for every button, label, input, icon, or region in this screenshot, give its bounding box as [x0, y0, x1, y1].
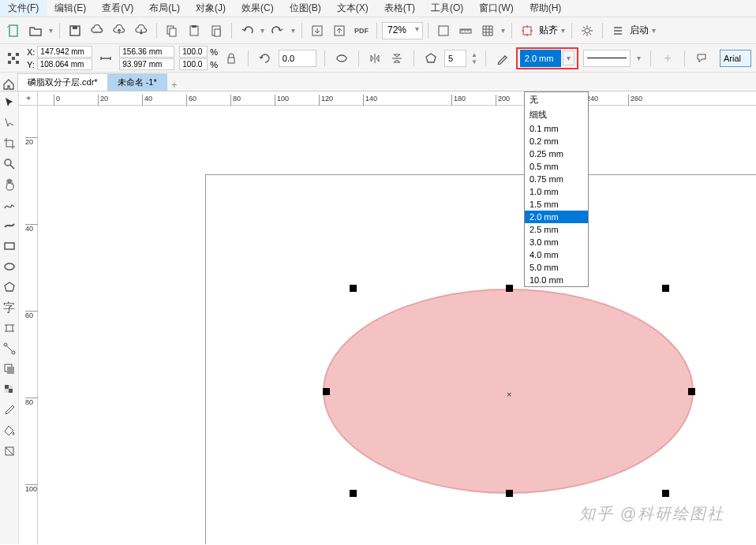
clipboard-icon[interactable] [206, 21, 226, 41]
zoom-select[interactable]: 72% [382, 22, 423, 39]
outline-option[interactable]: 细线 [525, 107, 588, 122]
line-style-select[interactable] [583, 50, 631, 67]
crop-tool-icon[interactable] [2, 136, 17, 151]
polygon-icon[interactable] [422, 48, 440, 69]
save-icon[interactable] [65, 21, 85, 41]
outline-option[interactable]: 2.5 mm [525, 223, 588, 236]
ruler-icon[interactable] [455, 21, 476, 41]
connector-tool-icon[interactable] [2, 341, 17, 356]
export-icon[interactable] [329, 21, 350, 41]
mirror-h-icon[interactable] [366, 48, 384, 69]
selection-handle[interactable] [350, 490, 357, 497]
menu-effects[interactable]: 效果(C) [234, 0, 282, 17]
new-icon[interactable] [3, 21, 24, 41]
angle-input[interactable] [279, 50, 316, 67]
menu-view[interactable]: 查看(V) [94, 0, 141, 17]
outline-dropdown-icon[interactable]: ▾ [563, 50, 574, 65]
undo-dropdown-icon[interactable]: ▾ [259, 26, 266, 35]
outline-option[interactable]: 10.0 mm [525, 274, 588, 286]
selection-handle[interactable] [688, 388, 695, 395]
parallel-dim-tool-icon[interactable] [2, 320, 17, 336]
outline-option[interactable]: 0.1 mm [525, 122, 588, 135]
cloud-save-icon[interactable] [87, 21, 107, 41]
outline-option[interactable]: 5.0 mm [525, 261, 588, 274]
selection-handle[interactable] [323, 388, 330, 395]
convert-icon[interactable] [693, 48, 710, 69]
outline-option[interactable]: 4.0 mm [525, 248, 588, 261]
outline-option[interactable]: 0.25 mm [525, 147, 588, 160]
fill-tool-icon[interactable] [2, 423, 17, 439]
open-icon[interactable] [25, 21, 46, 41]
selection-handle[interactable] [506, 285, 513, 292]
line-style-dropdown-icon[interactable]: ▾ [635, 54, 642, 62]
snap-dropdown-icon[interactable]: ▾ [560, 26, 567, 35]
lock-ratio-icon[interactable] [223, 48, 240, 69]
selection-handle[interactable] [350, 285, 357, 292]
scaley-input[interactable] [179, 58, 208, 70]
plus-icon[interactable]: + [659, 48, 676, 69]
vertical-ruler[interactable]: 20 40 60 80 100 [19, 106, 38, 544]
height-input[interactable] [119, 58, 174, 70]
canvas[interactable]: ✦ 0 20 40 60 80 100 120 140 180 200 220 … [19, 91, 756, 544]
doc-tab-2[interactable]: 未命名 -1* [107, 73, 167, 91]
font-input[interactable] [720, 50, 751, 67]
grid-icon[interactable] [477, 21, 498, 41]
mirror-v-icon[interactable] [388, 48, 406, 69]
doc-tab-1[interactable]: 磷脂双分子层.cdr* [17, 73, 108, 91]
x-input[interactable] [37, 46, 92, 58]
undo-icon[interactable] [237, 21, 257, 41]
polygon-tool-icon[interactable] [2, 279, 17, 295]
text-tool-icon[interactable]: 字 [2, 300, 17, 315]
outline-option[interactable]: 无 [525, 92, 588, 107]
interactive-fill-tool-icon[interactable] [2, 443, 17, 459]
menu-window[interactable]: 窗口(W) [471, 0, 521, 17]
selection-handle[interactable] [662, 285, 669, 292]
outline-option[interactable]: 0.2 mm [525, 135, 588, 147]
pan-tool-icon[interactable] [2, 177, 17, 192]
outline-option[interactable]: 1.5 mm [525, 198, 588, 211]
sides-up-icon[interactable]: ▲ [471, 51, 477, 58]
ruler-corner-icon[interactable]: ✦ [19, 91, 38, 106]
outline-option[interactable]: 1.0 mm [525, 185, 588, 198]
outline-option[interactable]: 2.0 mm [525, 211, 588, 223]
selection-handle[interactable] [662, 490, 669, 497]
paste-icon[interactable] [184, 21, 204, 41]
outline-pen-icon[interactable] [494, 48, 511, 69]
menu-object[interactable]: 对象(J) [188, 0, 234, 17]
shape-tool-icon[interactable] [2, 115, 17, 131]
ellipse-mode-icon[interactable] [333, 48, 350, 69]
cloud-up-icon[interactable] [109, 21, 129, 41]
snap-icon[interactable] [517, 21, 537, 41]
menu-layout[interactable]: 布局(L) [141, 0, 188, 17]
menu-bitmap[interactable]: 位图(B) [282, 0, 329, 17]
fullscreen-icon[interactable] [433, 21, 454, 41]
grid-dropdown-icon[interactable]: ▾ [500, 26, 507, 35]
menu-edit[interactable]: 编辑(E) [47, 0, 94, 17]
freehand-tool-icon[interactable] [2, 197, 17, 213]
sides-down-icon[interactable]: ▼ [471, 58, 477, 65]
dropshadow-tool-icon[interactable] [2, 361, 17, 377]
pick-tool-icon[interactable] [2, 95, 17, 110]
add-tab-icon[interactable]: + [167, 80, 182, 91]
launch-dropdown-icon[interactable]: ▾ [650, 26, 657, 35]
redo-icon[interactable] [268, 21, 288, 41]
horizontal-ruler[interactable]: 0 20 40 60 80 100 120 140 180 200 220 24… [38, 91, 756, 106]
eyedropper-tool-icon[interactable] [2, 402, 17, 418]
outline-width-input[interactable] [520, 50, 561, 67]
width-input[interactable] [119, 46, 174, 58]
launch-list-icon[interactable] [608, 21, 628, 41]
artistic-tool-icon[interactable] [2, 218, 17, 233]
outline-option[interactable]: 0.5 mm [525, 160, 588, 173]
menu-table[interactable]: 表格(T) [376, 0, 423, 17]
cloud-down-icon[interactable] [131, 21, 152, 41]
open-dropdown-icon[interactable]: ▾ [47, 26, 54, 35]
options-icon[interactable] [577, 21, 597, 41]
import-icon[interactable] [307, 21, 327, 41]
outline-option[interactable]: 0.75 mm [525, 173, 588, 185]
menu-help[interactable]: 帮助(H) [522, 0, 570, 17]
home-icon[interactable] [0, 78, 17, 91]
menu-tools[interactable]: 工具(O) [423, 0, 471, 17]
selection-handle[interactable] [506, 490, 513, 497]
redo-dropdown-icon[interactable]: ▾ [290, 26, 297, 35]
transparency-tool-icon[interactable] [2, 382, 17, 398]
